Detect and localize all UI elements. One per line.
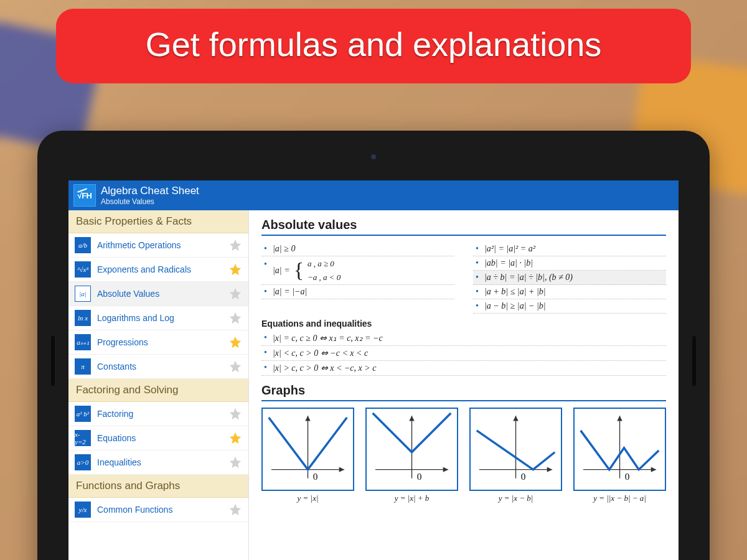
sidebar-item[interactable]: a/b Arithmetic Operations — [68, 233, 248, 258]
content-pane: Absolute values|a| ≥ 0 |a| = { a , a ≥ 0… — [249, 210, 679, 560]
formula-row: |a ÷ b| = |a| ÷ |b|, (b ≠ 0) — [473, 271, 666, 285]
graph-plot: 0 — [573, 408, 666, 491]
sidebar-item[interactable]: a>0 Inequalities — [68, 450, 248, 475]
app-subtitle: Absolute Values — [101, 197, 199, 206]
nav-item-label: Constants — [97, 362, 222, 371]
graph-plot: 0 — [261, 408, 354, 491]
nav-item-icon: π — [75, 358, 91, 375]
formula-row: |a| = |−a| — [261, 285, 454, 299]
nav-item-icon: x-y=2 — [75, 430, 91, 446]
nav-item-icon: aₙ₊₁ — [75, 334, 91, 350]
nav-item-icon: y/x — [75, 502, 91, 518]
graph-caption: y = |x − b| — [469, 493, 562, 503]
app-screen: √FH Algebra Cheat Sheet Absolute Values … — [68, 180, 679, 560]
graph-item: 0 y = |x| — [261, 408, 354, 503]
svg-text:0: 0 — [313, 471, 318, 482]
nav-item-icon: |a| — [75, 286, 91, 302]
sidebar-item[interactable]: x-y=2 Equations — [68, 426, 248, 450]
formula-row: |x| = c, c ≥ 0 ⇔ x₁ = c, x₂ = −c — [261, 331, 666, 346]
nav-item-label: Equations — [97, 433, 222, 443]
svg-text:0: 0 — [417, 471, 422, 482]
sidebar-item[interactable]: π Constants — [68, 355, 248, 379]
star-icon[interactable] — [228, 407, 242, 421]
tablet-frame: √FH Algebra Cheat Sheet Absolute Values … — [37, 131, 710, 560]
formula-row: |a + b| ≤ |a| + |b| — [473, 285, 666, 299]
app-header: √FH Algebra Cheat Sheet Absolute Values — [68, 180, 679, 210]
nav-item-label: Common Functions — [97, 505, 222, 515]
nav-item-label: Progressions — [97, 337, 222, 347]
star-icon[interactable] — [228, 431, 242, 445]
graph-item: 0 y = |x − b| — [469, 408, 562, 503]
star-icon[interactable] — [228, 287, 242, 301]
svg-text:0: 0 — [521, 471, 526, 482]
star-icon[interactable] — [228, 503, 242, 516]
formula-row: |a| ≥ 0 — [261, 242, 454, 256]
sidebar-section-header: Basic Properties & Facts — [68, 210, 248, 233]
nav-item-icon: a>0 — [75, 454, 91, 470]
nav-item-icon: ln x — [75, 310, 91, 326]
nav-item-label: Factoring — [97, 409, 222, 419]
star-icon[interactable] — [228, 263, 242, 276]
svg-text:0: 0 — [625, 471, 630, 482]
graph-caption: y = |x| + b — [365, 493, 458, 503]
content-subheading: Equations and inequalities — [261, 319, 666, 329]
sidebar: Basic Properties & Facts a/b Arithmetic … — [68, 210, 249, 560]
nav-item-label: Logarithms and Log — [97, 313, 222, 323]
nav-item-icon: a² b² — [75, 406, 91, 422]
star-icon[interactable] — [228, 335, 242, 349]
nav-item-label: Arithmetic Operations — [97, 240, 222, 250]
promo-banner: Get formulas and explanations — [56, 9, 691, 83]
sidebar-item[interactable]: |a| Absolute Values — [68, 282, 248, 306]
star-icon[interactable] — [228, 311, 242, 325]
sidebar-section-header: Factoring and Solving — [68, 379, 248, 402]
formula-row: |ab| = |a| · |b| — [473, 256, 666, 271]
nav-item-icon: ²√x³ — [75, 261, 91, 278]
nav-item-label: Inequalities — [97, 457, 222, 467]
content-title: Absolute values — [261, 218, 666, 236]
graph-plot: 0 — [365, 408, 458, 491]
sidebar-section-header: Functions and Graphs — [68, 475, 248, 498]
formula-row: |a²| = |a|² = a² — [473, 242, 666, 256]
formula-row: |a| = { a , a ≥ 0 −a , a < 0 — [261, 256, 454, 285]
graph-caption: y = |x| — [261, 493, 354, 503]
graph-item: 0 y = ||x − b| − a| — [573, 408, 666, 503]
nav-item-icon: a/b — [75, 237, 91, 253]
graph-caption: y = ||x − b| − a| — [573, 493, 666, 503]
graph-plot: 0 — [469, 408, 562, 491]
graph-item: 0 y = |x| + b — [365, 408, 458, 503]
sidebar-item[interactable]: y/x Common Functions — [68, 498, 248, 522]
app-logo-icon[interactable]: √FH — [73, 184, 96, 207]
star-icon[interactable] — [228, 360, 242, 373]
nav-item-label: Exponents and Radicals — [97, 264, 222, 274]
formula-row: |x| > c, c > 0 ⇔ x < −c, x > c — [261, 361, 666, 376]
star-icon[interactable] — [228, 455, 242, 469]
formula-row: |a − b| ≥ |a| − |b| — [473, 299, 666, 314]
nav-item-label: Absolute Values — [97, 289, 222, 299]
graphs-title: Graphs — [261, 383, 666, 401]
app-title: Algebra Cheat Sheet — [101, 185, 199, 197]
sidebar-item[interactable]: ²√x³ Exponents and Radicals — [68, 258, 248, 282]
sidebar-item[interactable]: ln x Logarithms and Log — [68, 306, 248, 330]
formula-row: |x| < c, c > 0 ⇔ −c < x < c — [261, 346, 666, 361]
sidebar-item[interactable]: aₙ₊₁ Progressions — [68, 330, 248, 355]
star-icon[interactable] — [228, 238, 242, 252]
sidebar-item[interactable]: a² b² Factoring — [68, 402, 248, 426]
